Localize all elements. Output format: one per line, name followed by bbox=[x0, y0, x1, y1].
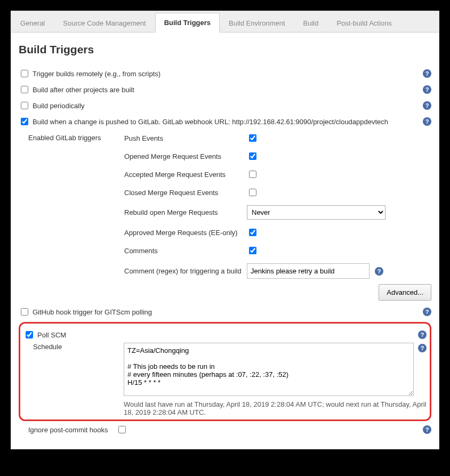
help-icon[interactable]: ? bbox=[423, 101, 431, 110]
help-icon[interactable]: ? bbox=[375, 267, 383, 276]
help-icon[interactable]: ? bbox=[418, 330, 427, 339]
tab-build-triggers[interactable]: Build Triggers bbox=[155, 13, 220, 33]
help-icon[interactable]: ? bbox=[423, 308, 431, 316]
trigger-github-row: GitHub hook trigger for GITScm polling ? bbox=[19, 304, 431, 320]
closed-mr-checkbox[interactable] bbox=[249, 189, 256, 196]
help-icon[interactable]: ? bbox=[423, 117, 431, 126]
rebuild-mr-label: Rebuild open Merge Requests bbox=[124, 208, 247, 216]
poll-scm-highlight: Poll SCM ? Schedule ? Would last have ru… bbox=[19, 322, 431, 421]
trigger-github-label: GitHub hook trigger for GITScm polling bbox=[33, 308, 420, 316]
trigger-periodic-label: Build periodically bbox=[33, 102, 420, 110]
schedule-label: Schedule bbox=[33, 343, 118, 351]
trigger-gitlab-label: Build when a change is pushed to GitLab.… bbox=[33, 118, 420, 126]
trigger-remote-label: Trigger builds remotely (e.g., from scri… bbox=[33, 70, 420, 78]
trigger-periodic-row: Build periodically ? bbox=[19, 98, 431, 114]
opened-mr-checkbox[interactable] bbox=[249, 152, 256, 160]
trigger-remote-row: Trigger builds remotely (e.g., from scri… bbox=[19, 66, 431, 82]
content-area: Build Triggers Trigger builds remotely (… bbox=[11, 33, 439, 449]
accepted-mr-label: Accepted Merge Request Events bbox=[124, 171, 247, 179]
trigger-after-projects-row: Build after other projects are built ? bbox=[19, 82, 431, 98]
tab-post-build[interactable]: Post-build Actions bbox=[327, 13, 400, 33]
schedule-section: Schedule ? Would last have run at Thursd… bbox=[33, 343, 427, 416]
trigger-remote-checkbox[interactable] bbox=[21, 70, 28, 77]
config-window: General Source Code Management Build Tri… bbox=[11, 11, 439, 449]
opened-mr-label: Opened Merge Request Events bbox=[124, 152, 247, 160]
approved-mr-label: Approved Merge Requests (EE-only) bbox=[124, 229, 247, 237]
comment-regex-label: Comment (regex) for triggering a build bbox=[124, 267, 247, 275]
push-events-label: Push Events bbox=[124, 134, 247, 142]
accepted-mr-checkbox[interactable] bbox=[249, 171, 256, 178]
schedule-textarea[interactable] bbox=[124, 343, 414, 396]
tab-build[interactable]: Build bbox=[294, 13, 328, 33]
help-icon[interactable]: ? bbox=[423, 85, 431, 94]
trigger-github-checkbox[interactable] bbox=[21, 308, 28, 316]
approved-mr-checkbox[interactable] bbox=[249, 229, 256, 236]
ignore-hooks-label: Ignore post-commit hooks bbox=[28, 426, 116, 434]
tab-general[interactable]: General bbox=[11, 13, 54, 33]
help-icon[interactable]: ? bbox=[423, 425, 431, 434]
advanced-button[interactable]: Advanced... bbox=[379, 284, 431, 301]
gitlab-subsection: Enabled GitLab triggers Push Events Open… bbox=[28, 130, 431, 301]
trigger-pollscm-label: Poll SCM bbox=[37, 331, 415, 339]
ignore-hooks-checkbox[interactable] bbox=[118, 426, 126, 433]
ignore-hooks-row: Ignore post-commit hooks ? bbox=[28, 421, 431, 438]
push-events-checkbox[interactable] bbox=[249, 134, 256, 142]
trigger-pollscm-row: Poll SCM ? bbox=[23, 327, 427, 343]
trigger-gitlab-checkbox[interactable] bbox=[21, 118, 28, 125]
schedule-note: Would last have run at Thursday, April 1… bbox=[124, 399, 427, 416]
tab-bar: General Source Code Management Build Tri… bbox=[11, 11, 439, 33]
gitlab-triggers-header: Enabled GitLab triggers bbox=[28, 133, 124, 142]
closed-mr-label: Closed Merge Request Events bbox=[124, 189, 247, 197]
trigger-after-label: Build after other projects are built bbox=[33, 86, 420, 94]
trigger-pollscm-checkbox[interactable] bbox=[26, 331, 33, 338]
trigger-after-checkbox[interactable] bbox=[21, 86, 28, 93]
comment-regex-input[interactable] bbox=[247, 263, 369, 279]
tab-build-env[interactable]: Build Environment bbox=[220, 13, 294, 33]
comments-label: Comments bbox=[124, 247, 247, 255]
rebuild-mr-select[interactable]: Never bbox=[247, 205, 385, 220]
help-icon[interactable]: ? bbox=[418, 344, 427, 352]
tab-scm[interactable]: Source Code Management bbox=[54, 13, 155, 33]
trigger-periodic-checkbox[interactable] bbox=[21, 102, 28, 109]
trigger-gitlab-row: Build when a change is pushed to GitLab.… bbox=[19, 114, 431, 130]
page-title: Build Triggers bbox=[19, 43, 431, 56]
comments-checkbox[interactable] bbox=[249, 247, 256, 254]
help-icon[interactable]: ? bbox=[423, 69, 431, 78]
